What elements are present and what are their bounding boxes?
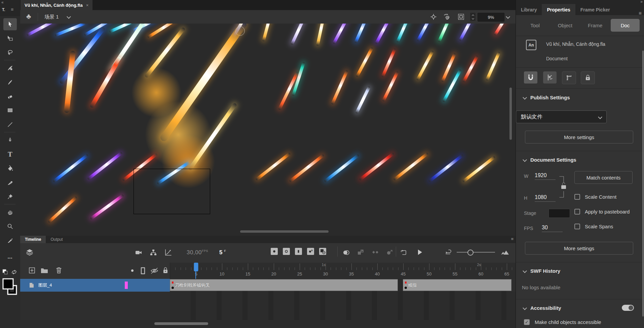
weapon-sprite[interactable] — [459, 24, 474, 41]
weapon-sprite[interactable] — [64, 51, 76, 113]
tools-panel-menu-icon[interactable]: ≡ — [11, 7, 13, 12]
weapon-sprite[interactable] — [147, 24, 177, 39]
snap-magnet-button[interactable] — [524, 71, 537, 84]
weapon-sprite[interactable] — [290, 24, 305, 45]
delete-layer-button[interactable] — [55, 266, 63, 274]
weapon-sprite[interactable] — [428, 154, 464, 183]
classic-brush-tool[interactable] — [3, 76, 17, 88]
weapon-sprite[interactable] — [396, 24, 410, 43]
rectangle-tool[interactable] — [3, 104, 17, 117]
frame-rate[interactable]: 30,00FPS — [187, 249, 208, 256]
current-frame[interactable]: 5 F — [219, 249, 226, 256]
weapon-sprite[interactable] — [354, 24, 368, 43]
timeline-zoom-slider-track[interactable] — [457, 252, 495, 253]
zoom-level-input[interactable]: 9% — [478, 13, 504, 22]
default-colors-icon[interactable] — [2, 269, 9, 275]
accessibility-toggle[interactable] — [622, 305, 634, 311]
playhead-marker[interactable] — [194, 263, 198, 271]
swap-colors-icon[interactable] — [11, 269, 17, 275]
accessibility-header[interactable]: Accessibility — [523, 305, 561, 311]
layer-parenting-icon[interactable] — [149, 249, 157, 257]
canvas-horizontal-scrollbar[interactable] — [240, 230, 329, 233]
create-classic-tween-button[interactable] — [386, 249, 394, 257]
make-child-objects-accessible-checkbox[interactable]: ✓ — [524, 319, 530, 325]
timeline-horizontal-scrollbar[interactable] — [154, 322, 208, 325]
remove-frames-button[interactable] — [319, 248, 326, 255]
apply-to-pasteboard-checkbox[interactable] — [574, 209, 580, 215]
create-motion-tween-button[interactable] — [356, 249, 365, 257]
hand-tool[interactable] — [3, 206, 17, 218]
weapon-sprite[interactable] — [26, 24, 56, 37]
asset-warp-pin-tool[interactable] — [3, 191, 17, 203]
segment-frame[interactable]: Frame — [581, 19, 610, 32]
weapon-sprite[interactable] — [462, 55, 479, 83]
reset-timeline-zoom-icon[interactable] — [445, 249, 453, 256]
layer-item[interactable]: 图层_4 — [20, 279, 170, 292]
layer-name[interactable]: 图层_4 — [38, 282, 52, 288]
properties-menu-icon[interactable]: ≡ — [639, 10, 642, 16]
weapon-sprite[interactable] — [393, 152, 429, 181]
weapon-sprite[interactable] — [52, 154, 89, 183]
insert-blank-keyframe-button[interactable] — [283, 248, 290, 255]
frame-span[interactable]: 刀枪剑戟斧钺钩叉 — [170, 279, 398, 291]
panel-overflow-icon[interactable]: » — [640, 0, 643, 4]
pen-tool[interactable] — [3, 134, 17, 146]
segment-doc[interactable]: Doc — [611, 19, 640, 32]
stage-color-swatch[interactable] — [548, 209, 570, 218]
weapon-sprite[interactable] — [331, 70, 349, 105]
lock-guides-button[interactable] — [581, 71, 595, 84]
fps-value[interactable]: 30 — [542, 225, 563, 232]
match-contents-button[interactable]: Match contents — [574, 171, 633, 184]
resize-timeline-view-icon[interactable] — [500, 249, 509, 257]
highlight-layers-dot-icon[interactable] — [131, 269, 134, 272]
collapse-panel-icon[interactable]: « — [1, 0, 4, 5]
weapon-sprite[interactable] — [47, 196, 77, 224]
layers-panel-icon[interactable] — [26, 248, 34, 256]
scale-spans-checkbox[interactable] — [574, 224, 580, 229]
document-more-settings-button[interactable]: More settings — [525, 242, 633, 255]
publish-more-settings-button[interactable]: More settings — [525, 131, 633, 143]
symbol-clover-icon[interactable]: ♣ — [26, 12, 31, 21]
timeline-menu-icon[interactable]: ≡ — [511, 236, 514, 241]
weapon-sprite[interactable] — [255, 152, 291, 181]
clip-to-stage-icon[interactable] — [457, 13, 465, 21]
new-layer-button[interactable] — [28, 267, 36, 274]
width-tool[interactable] — [3, 234, 17, 247]
document-tab[interactable]: Vũ khí, Nhẫn, Cánh động.fla × — [21, 0, 92, 10]
weapon-sprite[interactable] — [375, 24, 390, 44]
selection-rectangle[interactable] — [134, 169, 210, 214]
tab-timeline[interactable]: Timeline — [20, 236, 46, 243]
scene-name[interactable]: 场景 1 — [44, 14, 59, 20]
weapon-sprite[interactable] — [59, 26, 106, 85]
weapon-sprite[interactable] — [90, 194, 124, 220]
weapon-sprite[interactable] — [332, 24, 348, 44]
zoom-stepper[interactable] — [470, 13, 476, 21]
layer-frames-track[interactable]: 刀枪剑戟斧钺钩叉 戒指 — [170, 279, 516, 292]
scene-chevron-down-icon[interactable] — [67, 14, 71, 19]
camera-icon[interactable] — [135, 249, 143, 257]
insert-frame-button[interactable] — [295, 248, 302, 255]
weapon-sprite[interactable] — [485, 52, 501, 81]
tab-frame-picker[interactable]: Frame Picker — [575, 4, 615, 15]
scale-content-checkbox[interactable] — [574, 194, 580, 200]
height-value[interactable]: 1080 — [535, 194, 556, 202]
fill-stroke-swatches[interactable] — [2, 278, 18, 296]
segment-object[interactable]: Object — [551, 19, 579, 32]
zoom-tool[interactable] — [3, 220, 17, 232]
line-tool[interactable] — [3, 119, 17, 131]
weapon-sprite[interactable] — [89, 56, 122, 108]
eyedropper-tool[interactable] — [3, 176, 17, 189]
zoom-chevron-down-icon[interactable] — [506, 14, 510, 19]
segment-tool[interactable]: Tool — [521, 19, 550, 32]
create-shape-tween-button[interactable] — [371, 249, 379, 257]
snap-align-button[interactable] — [543, 71, 557, 84]
lasso-tool[interactable] — [3, 46, 17, 59]
rotate-canvas-icon[interactable] — [443, 13, 451, 21]
weapon-sprite[interactable] — [316, 24, 326, 46]
publish-settings-header[interactable]: Publish Settings — [523, 95, 570, 100]
frame-span[interactable]: 戒指 — [403, 279, 512, 291]
timeline-zoom-slider-knob[interactable] — [467, 250, 473, 256]
play-button[interactable] — [416, 248, 424, 256]
weapon-sprite[interactable] — [289, 154, 325, 183]
lock-layers-icon[interactable] — [162, 266, 169, 274]
